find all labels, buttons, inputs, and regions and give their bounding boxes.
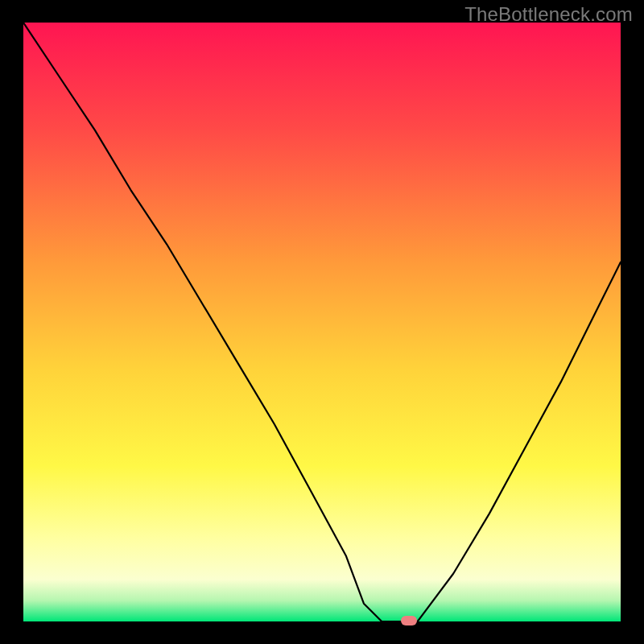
plot-area (23, 23, 621, 621)
gradient-fill (23, 23, 621, 621)
gradient-and-curve (23, 23, 621, 621)
optimal-marker (401, 616, 417, 625)
chart-frame: TheBottleneck.com (0, 0, 644, 644)
